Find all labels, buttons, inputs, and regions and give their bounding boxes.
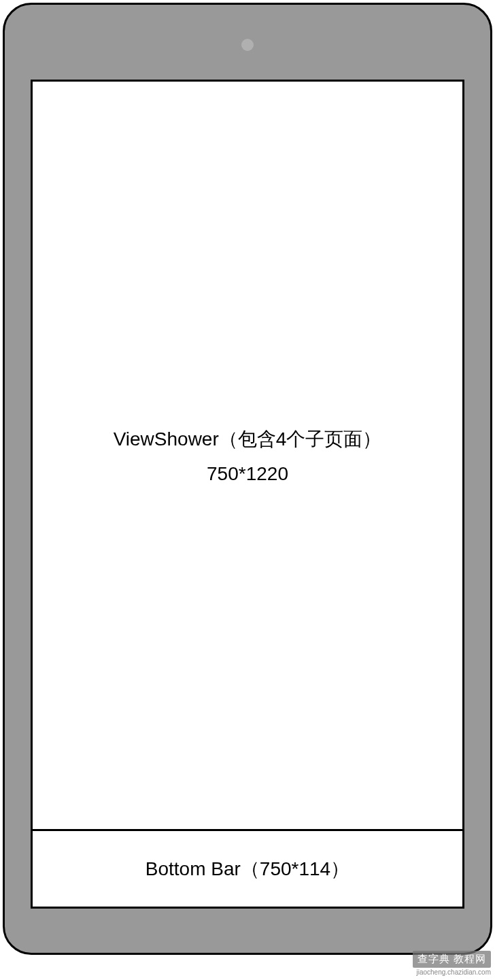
watermark: 查字典 教程网 jiaocheng.chazidian.com — [413, 951, 491, 976]
watermark-url: jiaocheng.chazidian.com — [416, 968, 491, 976]
bottom-bar-panel: Bottom Bar（750*114） — [31, 831, 464, 909]
bottom-bar-label: Bottom Bar（750*114） — [146, 856, 349, 882]
screen-area: ViewShower（包含4个子页面） 750*1220 Bottom Bar（… — [31, 80, 464, 909]
camera-dot-icon — [241, 39, 254, 51]
view-shower-panel: ViewShower（包含4个子页面） 750*1220 — [31, 80, 464, 831]
view-shower-size: 750*1220 — [207, 463, 288, 485]
watermark-text: 查字典 教程网 — [413, 951, 491, 968]
device-frame: ViewShower（包含4个子页面） 750*1220 Bottom Bar（… — [3, 3, 492, 955]
view-shower-title: ViewShower（包含4个子页面） — [114, 426, 382, 452]
